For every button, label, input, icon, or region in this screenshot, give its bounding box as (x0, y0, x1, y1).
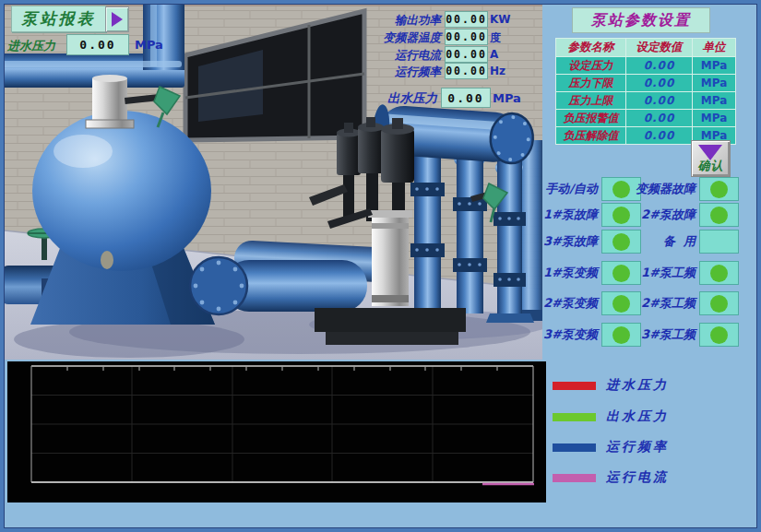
legend-swatch-frequency (553, 443, 596, 452)
inverter-temp-value: 00.00 (445, 29, 488, 45)
outlet-pressure-unit: MPa (493, 91, 521, 105)
param-unit: MPa (693, 110, 735, 126)
legend-label-inlet: 进水压力 (606, 377, 669, 394)
status-lamp-pump2-fault (699, 203, 739, 227)
output-power-label: 输出功率 (304, 13, 441, 29)
settings-table-header: 参数名称 设定数值 单位 (556, 39, 735, 57)
param-unit: MPa (693, 57, 735, 74)
table-row: 压力上限 0.00 MPa (556, 92, 735, 110)
inverter-temp-unit: 度 (490, 30, 501, 46)
status-lamp-pump2-mains (699, 291, 739, 315)
header-unit: 单位 (693, 39, 735, 56)
running-frequency-value: 00.00 (445, 63, 488, 79)
status-row: 1#泵变频 1#泵工频 (0, 261, 761, 285)
inverter-temp-label: 变频器温度 (304, 30, 441, 46)
param-value-field[interactable]: 0.00 (626, 75, 693, 91)
table-row: 设定压力 0.00 MPa (556, 57, 735, 75)
lamp-dot (710, 326, 728, 344)
running-current-label: 运行电流 (304, 48, 441, 64)
report-button[interactable]: 泵站报表 (11, 6, 106, 32)
confirm-button[interactable]: 确认 (691, 140, 731, 177)
inlet-pressure-label: 进水压力 (7, 38, 55, 54)
running-frequency-label: 运行频率 (304, 65, 441, 80)
status-label-pump3-mains: 3#泵工频 (605, 323, 696, 346)
header-set-value: 设定数值 (626, 39, 693, 56)
param-value-field[interactable]: 0.00 (626, 57, 693, 74)
inlet-pressure-value: 0.00 (66, 34, 129, 55)
status-label-pump2-fault: 2#泵故障 (605, 203, 696, 226)
status-label-pump1-mains: 1#泵工频 (605, 261, 696, 284)
table-row: 负压报警值 0.00 MPa (556, 110, 735, 127)
status-row: 3#泵变频 3#泵工频 (0, 323, 761, 347)
status-label-spare: 备 用 (605, 230, 696, 253)
legend-swatch-current (553, 474, 596, 482)
trend-chart-svg (7, 361, 546, 502)
output-power-unit: KW (490, 13, 511, 26)
param-unit: MPa (693, 92, 735, 109)
status-row: 3#泵故障 备 用 (0, 230, 761, 254)
status-label-inverter-fault: 变频器故障 (605, 177, 696, 200)
param-unit: MPa (693, 75, 735, 91)
param-name: 设定压力 (556, 57, 626, 74)
param-value-field[interactable]: 0.00 (626, 110, 693, 126)
settings-panel-title: 泵站参数设置 (572, 7, 710, 33)
legend-swatch-outlet (553, 413, 596, 421)
status-lamp-spare (699, 230, 739, 254)
running-frequency-unit: Hz (490, 65, 505, 77)
status-label-pump2-mains: 2#泵工频 (605, 291, 696, 314)
output-power-value: 00.00 (445, 11, 488, 28)
lamp-dot (710, 265, 728, 282)
legend-label-frequency: 运行频率 (606, 439, 669, 455)
lamp-dot (710, 295, 728, 313)
header-param-name: 参数名称 (556, 39, 626, 56)
outlet-pressure-value: 0.00 (441, 88, 491, 108)
legend-label-outlet: 出水压力 (606, 408, 669, 425)
inlet-pressure-unit: MPa (135, 38, 163, 52)
right-triangle-icon (112, 12, 123, 27)
running-current-unit: A (490, 48, 498, 61)
lamp-dot (710, 207, 728, 224)
status-row: 1#泵故障 2#泵故障 (0, 203, 761, 227)
param-name: 负压报警值 (556, 110, 626, 126)
param-name: 压力下限 (556, 75, 626, 91)
table-row: 压力下限 0.00 MPa (556, 75, 735, 92)
param-value-field[interactable]: 0.00 (626, 127, 693, 144)
param-value-field[interactable]: 0.00 (626, 92, 693, 109)
pump-motors (337, 117, 414, 183)
status-label-pump1-vfd: 1#泵变频 (505, 261, 598, 284)
confirm-label: 确认 (692, 158, 730, 174)
status-label-pump3-vfd: 3#泵变频 (505, 323, 598, 346)
status-label-pump3-fault: 3#泵故障 (505, 230, 598, 253)
status-lamp-inverter-fault (699, 177, 739, 201)
report-arrow-button[interactable] (105, 6, 129, 32)
status-row: 手动/自动 变频器故障 (0, 177, 761, 201)
param-name: 压力上限 (556, 92, 626, 109)
hmi-screen: 泵站报表 进水压力 0.00 MPa 输出功率 00.00 KW 变频器温度 0… (0, 0, 761, 532)
status-lamp-pump3-mains (699, 323, 739, 347)
legend-label-current: 运行电流 (606, 469, 669, 486)
settings-table: 参数名称 设定数值 单位 设定压力 0.00 MPa 压力下限 0.00 MPa… (555, 38, 736, 145)
status-label-pump1-fault: 1#泵故障 (505, 203, 598, 226)
status-lamp-pump1-mains (699, 261, 739, 285)
lamp-dot (710, 181, 728, 198)
status-row: 2#泵变频 2#泵工频 (0, 291, 761, 315)
status-label-manual-auto: 手动/自动 (505, 177, 598, 200)
param-name: 负压解除值 (556, 127, 626, 144)
trend-chart (7, 361, 546, 502)
status-label-pump2-vfd: 2#泵变频 (505, 291, 598, 314)
outlet-pressure-label: 出水压力 (304, 90, 437, 107)
legend-swatch-inlet (553, 382, 596, 390)
running-current-value: 00.00 (445, 46, 488, 63)
